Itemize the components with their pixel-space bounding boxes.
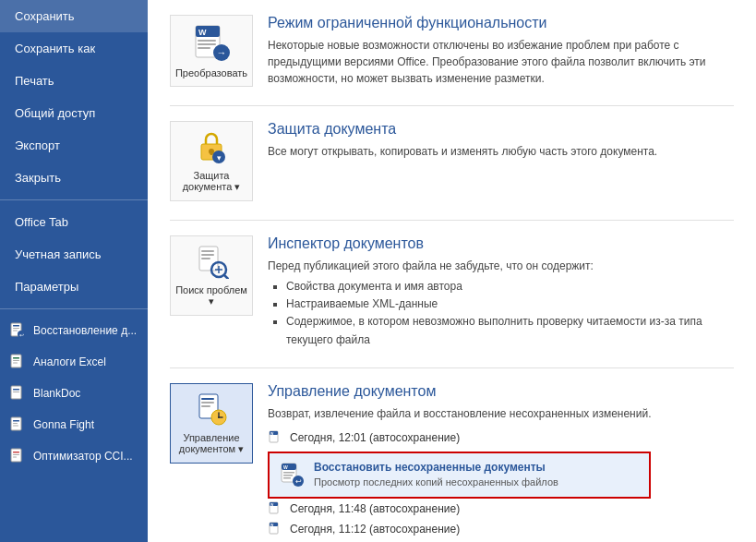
section-limited: W → Преобразовать Режим ограниченной фун…	[170, 15, 734, 87]
svg-rect-58	[283, 477, 291, 479]
protect-desc: Все могут открывать, копировать и изменя…	[268, 143, 657, 160]
sidebar-item-save-as[interactable]: Сохранить как	[0, 32, 148, 65]
manage-desc: Возврат, извлечение файла и восстановлен…	[268, 405, 651, 422]
recent-file-1[interactable]: W Сегодня, 11:48 (автосохранение)	[268, 499, 651, 519]
optimizer-label: Оптимизатор CCI...	[33, 450, 133, 463]
inspector-desc: Перед публикацией этого файла не забудьт…	[268, 258, 734, 274]
restore-title: Восстановить несохраненные документы	[314, 461, 558, 474]
inspect-label: Поиск проблем ▾	[174, 284, 248, 307]
sidebar-item-save[interactable]: Сохранить	[0, 0, 148, 32]
analogi-label: Аналоги Excel	[33, 355, 106, 368]
file-time-2: Сегодня, 11:12 (автосохранение)	[290, 523, 460, 536]
svg-rect-7	[13, 357, 19, 359]
sidebar-item-export[interactable]: Экспорт	[0, 129, 148, 162]
svg-rect-12	[13, 391, 19, 392]
analogi-icon	[9, 354, 26, 370]
svg-rect-56	[283, 472, 294, 474]
section-inspector: Поиск проблем ▾ Инспектор документов Пер…	[170, 235, 734, 349]
recent-file-0[interactable]: W Сегодня, 12:01 (автосохранение)	[268, 428, 651, 448]
svg-rect-18	[13, 452, 19, 453]
word-icon: W →	[192, 23, 231, 62]
blankdoc-icon	[9, 385, 26, 402]
sidebar-item-analogi[interactable]: Аналоги Excel	[0, 346, 148, 378]
svg-rect-8	[13, 360, 19, 361]
restore-desc: Просмотр последних копий несохраненных ф…	[314, 476, 558, 489]
restore-icon: W ↩	[279, 462, 305, 488]
manage-title: Управление документом	[268, 383, 651, 400]
file-icon-0: W	[268, 430, 282, 445]
sidebar-item-close[interactable]: Закрыть	[0, 162, 148, 194]
file-icon-2: W	[268, 522, 282, 536]
limited-desc: Некоторые новые возможности отключены во…	[268, 37, 734, 87]
svg-text:↩: ↩	[295, 477, 302, 486]
svg-text:W: W	[283, 464, 288, 470]
sidebar-item-blankdoc[interactable]: BlankDoc	[0, 378, 148, 409]
recent-file-2[interactable]: W Сегодня, 11:12 (автосохранение)	[268, 519, 651, 539]
protect-label: Защита документа ▾	[174, 170, 248, 193]
svg-rect-20	[13, 457, 17, 458]
protect-text: Защита документа Все могут открывать, ко…	[268, 121, 657, 160]
manage-text: Управление документом Возврат, извлечени…	[268, 383, 651, 542]
sidebar-item-print[interactable]: Печать	[0, 65, 148, 97]
svg-rect-31	[210, 151, 213, 155]
restore-unsaved-box[interactable]: W ↩ Восстановить несохраненные документы…	[268, 452, 651, 499]
restore-text: Восстановить несохраненные документы Про…	[314, 461, 558, 489]
svg-text:▾: ▾	[217, 153, 222, 163]
divider-1	[170, 105, 734, 106]
file-time-0: Сегодня, 12:01 (автосохранение)	[290, 431, 460, 444]
recovery-label: Восстановление д...	[33, 324, 137, 337]
manage-icon	[194, 391, 229, 427]
svg-rect-43	[201, 398, 214, 400]
convert-label: Преобразовать	[175, 67, 247, 78]
manage-button[interactable]: Управление документом ▾	[170, 383, 253, 464]
svg-rect-35	[201, 250, 214, 252]
svg-rect-3	[13, 331, 18, 331]
svg-rect-44	[201, 402, 214, 403]
svg-text:↩: ↩	[19, 332, 24, 338]
sidebar-item-office-tab[interactable]: Office Tab	[0, 206, 148, 238]
svg-rect-37	[201, 258, 210, 259]
inspector-title: Инспектор документов	[268, 235, 734, 252]
svg-rect-11	[13, 389, 19, 391]
svg-rect-57	[283, 475, 293, 476]
sidebar-item-account[interactable]: Учетная запись	[0, 238, 148, 271]
svg-rect-36	[201, 254, 214, 256]
blankdoc-label: BlankDoc	[33, 387, 80, 400]
convert-button[interactable]: W → Преобразовать	[170, 15, 253, 87]
svg-rect-24	[198, 40, 216, 42]
recovery-icon: ↩	[9, 322, 26, 339]
sidebar-item-share[interactable]: Общий доступ	[0, 97, 148, 129]
sidebar-item-optimizer[interactable]: Оптимизатор CCI...	[0, 440, 148, 472]
sidebar-item-gonna-fight[interactable]: Gonna Fight	[0, 409, 148, 440]
svg-rect-19	[13, 454, 19, 455]
gonna-fight-icon	[9, 416, 26, 433]
svg-rect-2	[13, 328, 19, 329]
inspector-text: Инспектор документов Перед публикацией э…	[268, 235, 734, 349]
limited-text: Режим ограниченной функциональности Неко…	[268, 15, 734, 87]
sidebar-item-params[interactable]: Параметры	[0, 271, 148, 303]
svg-rect-26	[198, 47, 210, 49]
inspect-icon	[194, 244, 229, 279]
inspector-item-0: Свойства документа и имя автора	[286, 278, 734, 295]
protect-button[interactable]: ▾ Защита документа ▾	[170, 121, 253, 201]
section-protect: ▾ Защита документа ▾ Защита документа Вс…	[170, 121, 734, 201]
svg-rect-45	[201, 405, 210, 407]
svg-rect-1	[13, 325, 19, 327]
svg-line-39	[224, 275, 228, 279]
inspector-item-2: Содержимое, в котором невозможно выполни…	[286, 313, 734, 348]
lock-icon: ▾	[194, 129, 229, 164]
sidebar-divider-2	[0, 308, 148, 309]
svg-rect-9	[13, 363, 18, 364]
optimizer-icon	[9, 448, 26, 464]
manage-label: Управление документом ▾	[174, 432, 248, 455]
gonna-fight-label: Gonna Fight	[33, 418, 94, 431]
file-icon-1: W	[268, 501, 282, 516]
inspect-button[interactable]: Поиск проблем ▾	[170, 235, 253, 316]
svg-rect-16	[13, 426, 18, 427]
main-content: W → Преобразовать Режим ограниченной фун…	[148, 0, 756, 542]
inspector-item-1: Настраиваемые XML-данные	[286, 295, 734, 313]
inspector-list: Свойства документа и имя автора Настраив…	[286, 278, 734, 349]
svg-rect-15	[13, 423, 18, 424]
svg-point-49	[218, 416, 220, 418]
sidebar-item-recovery[interactable]: ↩ Восстановление д...	[0, 315, 148, 346]
